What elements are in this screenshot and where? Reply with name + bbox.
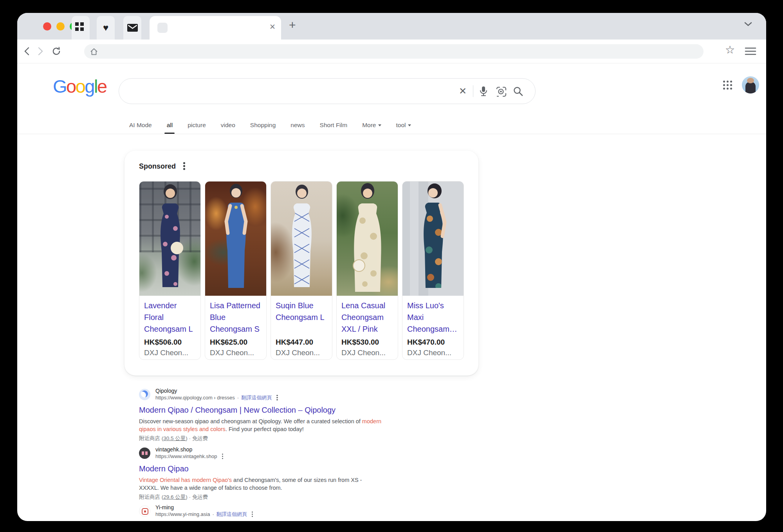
product-title[interactable]: Lisa Patterned Blue Cheongsam S — [210, 300, 262, 336]
product-title[interactable]: Lena Casual Cheongsam XXL / Pink — [341, 300, 393, 336]
logo-letter: G — [53, 76, 66, 97]
pinned-tab-favorites[interactable]: ♥ — [97, 16, 115, 40]
reload-button[interactable] — [50, 45, 63, 58]
tab-picture[interactable]: picture — [188, 122, 206, 129]
new-tab-button[interactable]: + — [289, 18, 296, 32]
home-icon[interactable] — [90, 47, 98, 56]
clear-search-button[interactable]: ✕ — [454, 83, 471, 100]
product-title[interactable]: Miss Luo's Maxi Cheongsam… — [407, 300, 459, 336]
search-icon — [513, 86, 523, 97]
menu-hamburger-icon[interactable] — [745, 47, 756, 56]
pinned-tab-mail[interactable] — [123, 16, 141, 40]
sponsored-menu-button[interactable] — [180, 164, 188, 171]
divider — [473, 85, 473, 97]
grid-icon — [75, 22, 79, 26]
qipology-favicon-icon — [139, 389, 150, 400]
product-card[interactable]: Lena Casual Cheongsam XXL / Pink HK$530.… — [336, 181, 398, 360]
bookmark-star-icon[interactable]: ☆ — [725, 43, 735, 56]
distance-link[interactable]: 30.5 公里 — [163, 435, 186, 441]
product-card[interactable]: Lisa Patterned Blue Cheongsam S HK$625.0… — [205, 181, 267, 360]
tab-all[interactable]: all — [167, 122, 173, 129]
tab-tool-label: tool — [396, 122, 406, 129]
three-dots-icon[interactable] — [276, 397, 278, 399]
address-bar[interactable] — [84, 44, 704, 59]
result-url-text: https://www.vintagehk.shop — [155, 453, 217, 460]
logo-letter: l — [94, 76, 97, 97]
tab-more-label: More — [362, 122, 376, 129]
result-url[interactable]: https://www.qipology.com › dresses · 翻譯這… — [155, 394, 278, 401]
tab-more[interactable]: More — [362, 122, 381, 129]
result-site-name[interactable]: vintagehk.shop — [155, 446, 223, 453]
account-avatar[interactable] — [742, 76, 759, 93]
mail-icon — [127, 24, 138, 32]
forward-icon — [38, 47, 43, 56]
tab-short-film[interactable]: Short Film — [320, 122, 348, 129]
result-snippet: Discover new-season qipao and cheongsam … — [139, 417, 382, 433]
product-merchant: DXJ Cheon... — [144, 349, 196, 357]
logo-letter: o — [66, 76, 76, 97]
microphone-icon — [479, 86, 488, 97]
product-price: HK$625.00 — [210, 338, 262, 347]
tab-video[interactable]: video — [221, 122, 235, 129]
forward-button[interactable] — [34, 45, 47, 58]
product-title[interactable]: Suqin Blue Cheongsam L — [276, 300, 327, 336]
search-box[interactable]: ✕ — [119, 78, 536, 104]
result-meta: 附近商店 (29.6 公里) · 免运费 — [139, 494, 397, 501]
result-title-link[interactable]: Modern Qipao / Cheongsam | New Collectio… — [139, 405, 397, 415]
tab-ai-mode[interactable]: AI Mode — [129, 122, 152, 129]
three-dots-icon[interactable] — [252, 514, 253, 515]
reload-icon — [51, 46, 61, 56]
result-site-name[interactable]: Yi-ming — [155, 504, 253, 511]
result-site-name[interactable]: Qipology — [155, 388, 278, 394]
result-url[interactable]: https://www.vintagehk.shop — [155, 453, 223, 460]
distance-link[interactable]: 29.6 公里 — [163, 494, 186, 500]
product-title[interactable]: Lavender Floral Cheongsam L — [144, 300, 196, 336]
pinned-tab-apps[interactable] — [72, 16, 90, 40]
yi-ming-favicon-icon — [139, 505, 150, 517]
translate-link[interactable]: 翻譯這個網頁 — [241, 394, 272, 401]
result-url[interactable]: https://www.yi-ming.asia · 翻譯這個網頁 — [155, 511, 253, 518]
browser-toolbar: ☆ — [17, 40, 766, 63]
sponsored-panel: Sponsored Lavender Flo — [124, 151, 478, 376]
three-dots-icon — [183, 165, 185, 167]
snippet-highlight: Vintage Oriental has modern Qipao's — [139, 477, 232, 483]
search-nav-tabs: AI Mode all picture video Shopping news … — [129, 122, 411, 129]
caret-down-icon — [378, 124, 381, 126]
tab-tool[interactable]: tool — [396, 122, 411, 129]
three-dots-icon[interactable] — [222, 456, 224, 457]
browser-window: ♥ ✕ + — [17, 13, 766, 521]
close-icon: ✕ — [459, 86, 467, 97]
url-separator: · — [237, 394, 239, 401]
caret-down-icon — [408, 124, 411, 126]
chevron-down-icon[interactable] — [744, 22, 752, 27]
tab-close-icon[interactable]: ✕ — [269, 22, 276, 31]
tab-news[interactable]: news — [290, 122, 305, 129]
active-tab[interactable]: ✕ — [150, 16, 281, 40]
voice-search-button[interactable] — [475, 83, 492, 100]
back-icon — [24, 47, 29, 56]
google-logo[interactable]: Google — [53, 75, 106, 97]
product-merchant: DXJ Cheon... — [407, 349, 459, 357]
product-image — [271, 182, 332, 296]
google-apps-button[interactable] — [722, 79, 733, 90]
logo-letter: o — [76, 76, 85, 97]
lens-search-button[interactable] — [492, 83, 509, 100]
tab-favicon-placeholder — [157, 23, 168, 33]
back-button[interactable] — [20, 45, 33, 58]
search-submit-button[interactable] — [509, 83, 527, 100]
tab-shopping[interactable]: Shopping — [250, 122, 276, 129]
snippet-text: Discover new-season qipao and cheongsam … — [139, 418, 362, 424]
product-merchant: DXJ Cheon... — [276, 349, 327, 357]
minimize-window-button[interactable] — [56, 22, 65, 31]
product-card[interactable]: Lavender Floral Cheongsam L HK$506.00 DX… — [139, 181, 201, 360]
address-input[interactable] — [102, 48, 704, 55]
product-image — [402, 182, 464, 296]
result-url-text: https://www.qipology.com › dresses — [155, 394, 235, 401]
translate-link[interactable]: 翻譯這個網頁 — [216, 511, 247, 518]
result-title-link[interactable]: Modern Qipao — [139, 464, 397, 474]
product-card[interactable]: Suqin Blue Cheongsam L HK$447.00 DXJ Che… — [271, 181, 332, 360]
product-image — [337, 182, 398, 296]
search-input[interactable] — [130, 86, 454, 96]
close-window-button[interactable] — [43, 22, 51, 31]
product-card[interactable]: Miss Luo's Maxi Cheongsam… HK$470.00 DXJ… — [402, 181, 464, 360]
